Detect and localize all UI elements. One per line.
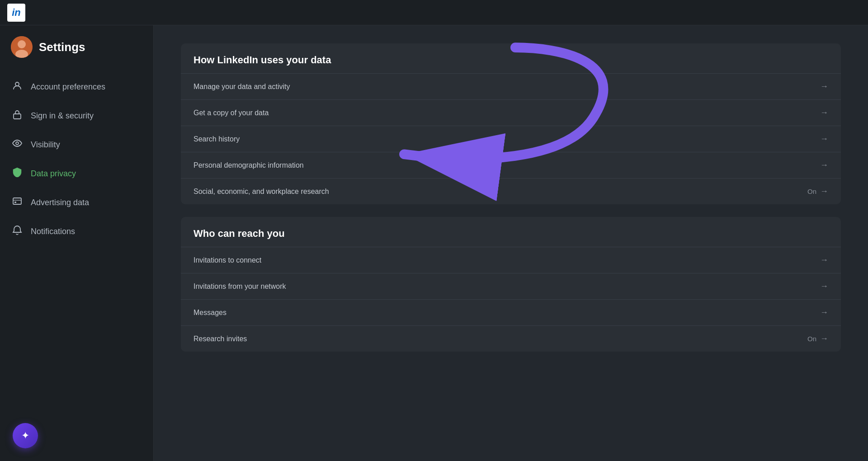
item-get-copy-data[interactable]: Get a copy of your data→: [181, 99, 841, 126]
account-preferences-label: Account preferences: [31, 82, 105, 92]
sidebar-item-sign-in-security[interactable]: Sign in & security: [0, 101, 153, 130]
who-can-reach-you-title: Who can reach you: [181, 217, 841, 247]
how-linkedin-uses-data-title: How LinkedIn uses your data: [181, 43, 841, 73]
settings-header: Settings: [0, 36, 153, 72]
item-invitations-to-connect[interactable]: Invitations to connect→: [181, 247, 841, 273]
topbar: in: [0, 0, 868, 25]
invitations-from-network-arrow-icon: →: [820, 282, 828, 291]
visibility-icon: [11, 138, 24, 151]
item-social-economic-research[interactable]: Social, economic, and workplace research…: [181, 178, 841, 204]
messages-arrow-icon: →: [820, 308, 828, 317]
invitations-from-network-right: →: [820, 282, 828, 291]
get-copy-data-label: Get a copy of your data: [193, 109, 269, 117]
invitations-to-connect-label: Invitations to connect: [193, 256, 261, 264]
item-search-history[interactable]: Search history→: [181, 126, 841, 152]
svg-point-5: [16, 142, 19, 145]
invitations-to-connect-arrow-icon: →: [820, 255, 828, 265]
messages-label: Messages: [193, 309, 226, 317]
item-messages[interactable]: Messages→: [181, 299, 841, 325]
avatar: [11, 36, 33, 58]
account-preferences-icon: [11, 80, 24, 93]
social-economic-research-right: On→: [807, 187, 828, 196]
svg-rect-7: [14, 202, 16, 203]
svg-rect-6: [13, 198, 21, 204]
invitations-from-network-label: Invitations from your network: [193, 282, 286, 291]
get-copy-data-arrow-icon: →: [820, 108, 828, 118]
svg-point-1: [18, 40, 26, 48]
item-research-invites[interactable]: Research invitesOn→: [181, 325, 841, 352]
research-invites-status: On: [807, 335, 816, 343]
advertising-data-icon: [11, 196, 24, 209]
research-invites-right: On→: [807, 334, 828, 343]
social-economic-research-arrow-icon: →: [820, 187, 828, 196]
ai-assistant-button[interactable]: ✦: [13, 423, 38, 448]
section-who-can-reach-you: Who can reach youInvitations to connect→…: [181, 217, 841, 352]
visibility-label: Visibility: [31, 140, 60, 150]
data-privacy-icon: [11, 167, 24, 180]
main-content: How LinkedIn uses your dataManage your d…: [154, 25, 868, 461]
svg-point-3: [15, 82, 19, 86]
manage-data-activity-right: →: [820, 82, 828, 91]
messages-right: →: [820, 308, 828, 317]
personal-demographic-right: →: [820, 160, 828, 170]
search-history-label: Search history: [193, 135, 240, 143]
social-economic-research-status: On: [807, 188, 816, 195]
manage-data-activity-label: Manage your data and activity: [193, 83, 290, 91]
section-how-linkedin-uses-data: How LinkedIn uses your dataManage your d…: [181, 43, 841, 204]
social-economic-research-label: Social, economic, and workplace research: [193, 188, 329, 196]
sign-in-security-icon: [11, 109, 24, 122]
advertising-data-label: Advertising data: [31, 198, 89, 207]
sidebar-item-data-privacy[interactable]: Data privacy: [0, 159, 153, 188]
settings-title: Settings: [39, 40, 85, 54]
item-personal-demographic[interactable]: Personal demographic information→: [181, 152, 841, 178]
sidebar-item-advertising-data[interactable]: Advertising data: [0, 188, 153, 217]
research-invites-arrow-icon: →: [820, 334, 828, 343]
sign-in-security-label: Sign in & security: [31, 111, 94, 121]
ai-icon: ✦: [21, 430, 29, 442]
notifications-label: Notifications: [31, 227, 75, 236]
notifications-icon: [11, 225, 24, 238]
item-manage-data-activity[interactable]: Manage your data and activity→: [181, 73, 841, 99]
search-history-right: →: [820, 134, 828, 144]
sidebar: Settings Account preferences Sign in & s…: [0, 25, 154, 461]
sidebar-item-notifications[interactable]: Notifications: [0, 217, 153, 246]
research-invites-label: Research invites: [193, 335, 247, 343]
item-invitations-from-network[interactable]: Invitations from your network→: [181, 273, 841, 299]
personal-demographic-arrow-icon: →: [820, 160, 828, 170]
sidebar-item-account-preferences[interactable]: Account preferences: [0, 72, 153, 101]
data-privacy-label: Data privacy: [31, 169, 76, 179]
get-copy-data-right: →: [820, 108, 828, 118]
svg-rect-4: [14, 114, 21, 119]
personal-demographic-label: Personal demographic information: [193, 161, 304, 169]
sidebar-item-visibility[interactable]: Visibility: [0, 130, 153, 159]
main-layout: Settings Account preferences Sign in & s…: [0, 25, 868, 461]
linkedin-logo[interactable]: in: [7, 4, 25, 22]
sidebar-nav: Account preferences Sign in & security V…: [0, 72, 153, 246]
search-history-arrow-icon: →: [820, 134, 828, 144]
invitations-to-connect-right: →: [820, 255, 828, 265]
manage-data-activity-arrow-icon: →: [820, 82, 828, 91]
